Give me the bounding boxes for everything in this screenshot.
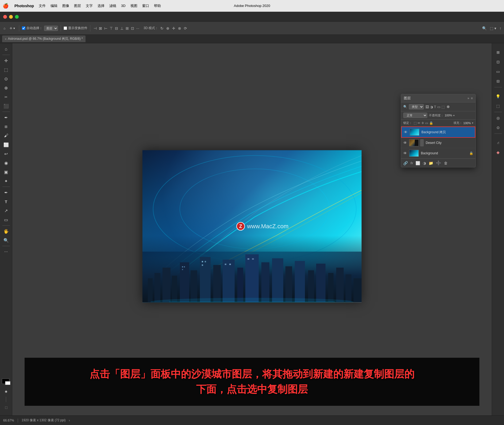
align-right-icon[interactable]: ⊢ xyxy=(104,26,108,31)
fill-chevron-icon[interactable]: ▾ xyxy=(472,121,473,124)
menu-help[interactable]: 帮助 xyxy=(154,3,161,8)
healing-btn[interactable]: ⊞ xyxy=(2,122,10,131)
filter-type-icon[interactable]: T xyxy=(434,105,436,109)
menu-view[interactable]: 视图 xyxy=(130,3,137,8)
right-panel-layer-comp-btn[interactable]: ⬚ xyxy=(494,102,502,110)
3d-slide-icon[interactable]: ⊗ xyxy=(177,26,182,31)
more-tools-btn[interactable]: ··· xyxy=(2,247,10,256)
align-left-icon[interactable]: ⊣ xyxy=(93,26,97,31)
layer-visibility-desert-city[interactable]: 👁 xyxy=(403,141,407,145)
object-select-btn[interactable]: ⊕ xyxy=(2,84,10,92)
lasso-tool-btn[interactable]: ⊙ xyxy=(2,74,10,83)
more-options-icon[interactable]: ··· xyxy=(136,26,140,31)
menu-window[interactable]: 窗口 xyxy=(142,3,149,8)
align-center-h-icon[interactable]: ⊠ xyxy=(98,26,103,31)
fill-adjustment-button[interactable]: ◑ xyxy=(423,161,426,165)
menu-edit[interactable]: 编辑 xyxy=(51,3,57,8)
lock-artboard-icon[interactable]: ▭ xyxy=(425,121,428,125)
layers-panel-expand-icon[interactable]: » xyxy=(467,96,469,100)
share-icon[interactable]: ↑ xyxy=(499,26,502,31)
show-transform-checkbox[interactable] xyxy=(64,26,67,30)
delete-layer-button[interactable]: 🗑 xyxy=(444,161,448,165)
opacity-value[interactable]: 100% xyxy=(445,114,452,117)
filter-shape-icon[interactable]: ▭ xyxy=(437,105,440,109)
stamp-btn[interactable]: ⬜ xyxy=(2,140,10,149)
right-panel-paths-btn[interactable]: ⑁ xyxy=(494,139,502,147)
distribute-h-icon[interactable]: ⊞ xyxy=(125,26,129,31)
right-panel-circle-btn[interactable]: ◎ xyxy=(494,114,502,122)
maximize-button[interactable] xyxy=(15,15,19,19)
layer-mask-button[interactable]: ⬜ xyxy=(416,161,420,165)
screen-mode-btn[interactable]: ⬚ xyxy=(2,403,10,412)
dodge-btn[interactable]: ✦ xyxy=(2,177,10,185)
history-btn[interactable]: ↩ xyxy=(2,149,10,158)
layers-panel-menu-icon[interactable]: ≡ xyxy=(471,96,473,100)
apple-menu[interactable]: 🍎 xyxy=(3,3,9,9)
move-tool-button[interactable]: ✛ ▾ xyxy=(8,26,16,31)
tab-close-icon[interactable]: × xyxy=(5,37,6,41)
lock-pixels-icon[interactable]: ✏ xyxy=(418,121,420,125)
new-layer-button[interactable]: ➕ xyxy=(436,160,441,166)
hand-btn[interactable]: 🖐 xyxy=(2,227,10,235)
fill-value[interactable]: 100% xyxy=(463,121,471,125)
layer-visibility-bg-copy[interactable]: 👁 xyxy=(404,130,408,134)
marquee-tool-btn[interactable]: ⬚ xyxy=(2,65,10,74)
minimize-button[interactable] xyxy=(9,15,13,19)
menu-image[interactable]: 图像 xyxy=(62,3,69,8)
slice-tool-btn[interactable]: ⬛ xyxy=(2,102,10,110)
align-bottom-icon[interactable]: ⊥ xyxy=(120,26,124,31)
right-panel-light-btn[interactable]: 💡 xyxy=(494,92,502,101)
type-btn[interactable]: T xyxy=(2,197,10,206)
right-panel-grid-btn[interactable]: ⊞ xyxy=(494,48,502,57)
move-tool-btn[interactable]: ✛ xyxy=(2,56,10,65)
document-tab[interactable]: × Astronaut.psd @ 66.7% (Background 拷贝, … xyxy=(2,36,86,42)
menu-filter[interactable]: 滤镜 xyxy=(109,3,116,8)
blend-mode-select[interactable]: 正常 xyxy=(403,113,427,118)
filter-adjustment-icon[interactable]: ◑ xyxy=(430,105,433,109)
brush-btn[interactable]: 🖌 xyxy=(2,131,10,140)
menu-file[interactable]: 文件 xyxy=(39,3,46,8)
eraser-btn[interactable]: ◉ xyxy=(2,159,10,167)
right-panel-sphere-btn[interactable]: ⊙ xyxy=(494,123,502,132)
shape-btn[interactable]: ▭ xyxy=(2,215,10,224)
align-top-icon[interactable]: ⊤ xyxy=(109,26,113,31)
layer-item-bg-copy[interactable]: 👁 Background 拷贝 xyxy=(401,127,475,138)
lock-transparent-icon[interactable]: ⬚ xyxy=(414,121,417,125)
lock-all-icon[interactable]: 🔒 xyxy=(429,121,433,125)
search-icon[interactable]: 🔍 xyxy=(482,26,487,31)
filter-type-select[interactable]: 类型 xyxy=(409,104,424,109)
3d-scale-icon[interactable]: ⟳ xyxy=(183,26,188,31)
3d-pan-icon[interactable]: ✛ xyxy=(172,26,176,31)
eyedropper-btn[interactable]: ✒ xyxy=(2,113,10,122)
home-button[interactable]: ⌂ xyxy=(2,26,7,31)
close-button[interactable] xyxy=(3,15,7,19)
layer-effects-button[interactable]: fx xyxy=(410,161,413,165)
path-select-btn[interactable]: ↗ xyxy=(2,206,10,215)
lock-position-icon[interactable]: ✛ xyxy=(421,121,424,125)
layer-visibility-background[interactable]: 👁 xyxy=(403,151,407,155)
filter-smart-icon[interactable]: ⬚ xyxy=(441,105,445,109)
pen-btn[interactable]: ✒ xyxy=(2,188,10,197)
gradient-btn[interactable]: ▣ xyxy=(2,168,10,176)
layer-item-desert-city[interactable]: 👁 Desert City xyxy=(401,138,475,148)
layer-item-background[interactable]: 👁 Background 🔒 xyxy=(401,148,475,159)
crop-tool-btn[interactable]: ✂ xyxy=(2,93,10,101)
status-arrow[interactable]: › xyxy=(69,419,70,422)
home-tool-btn[interactable]: ⌂ xyxy=(2,45,10,53)
opacity-chevron-icon[interactable]: ▾ xyxy=(453,114,455,117)
view-options-icon[interactable]: ⬚ ▾ xyxy=(489,26,497,31)
zoom-btn[interactable]: 🔍 xyxy=(2,236,10,245)
right-panel-channels-btn[interactable]: ◈ xyxy=(494,148,502,157)
auto-select-type[interactable]: 图层 xyxy=(44,26,58,31)
new-group-button[interactable]: 📁 xyxy=(429,161,433,165)
quick-mask-btn[interactable]: ◉ xyxy=(2,387,10,396)
menu-select[interactable]: 选择 xyxy=(98,3,104,8)
menu-layer[interactable]: 图层 xyxy=(74,3,81,8)
background-color[interactable] xyxy=(5,381,10,385)
right-panel-table-btn[interactable]: ⊡ xyxy=(494,58,502,66)
foreground-color[interactable] xyxy=(2,379,9,384)
distribute-v-icon[interactable]: ⊡ xyxy=(130,26,135,31)
3d-rotate-icon[interactable]: ↻ xyxy=(160,26,164,31)
filter-pixel-icon[interactable]: 🖼 xyxy=(425,105,429,109)
right-panel-rect-btn[interactable]: ▭ xyxy=(494,67,502,76)
